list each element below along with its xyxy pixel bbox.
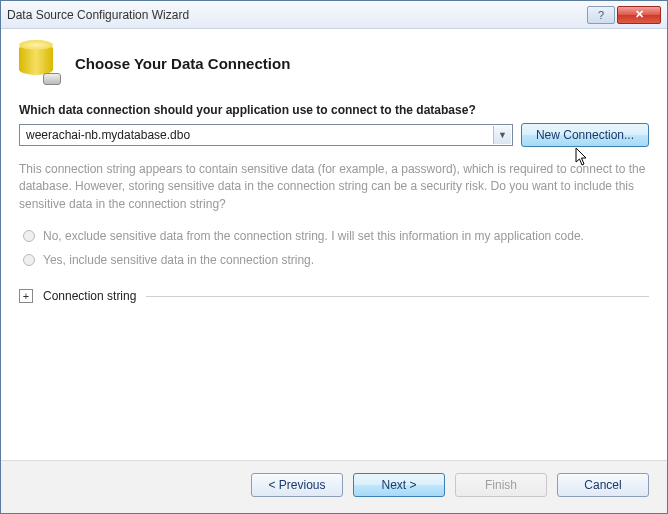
help-button[interactable]: ? (587, 6, 615, 24)
titlebar-buttons: ? ✕ (587, 6, 661, 24)
separator-line (146, 296, 649, 297)
radio-exclude-label: No, exclude sensitive data from the conn… (43, 229, 584, 243)
radio-include (23, 254, 35, 266)
new-connection-label: New Connection... (536, 128, 634, 142)
chevron-down-icon: ▼ (493, 126, 511, 144)
expand-button[interactable]: + (19, 289, 33, 303)
cancel-label: Cancel (584, 478, 621, 492)
page-title: Choose Your Data Connection (75, 55, 290, 72)
connection-dropdown[interactable]: weerachai-nb.mydatabase.dbo ▼ (19, 124, 513, 146)
wizard-content: Which data connection should your applic… (1, 103, 667, 460)
finish-button: Finish (455, 473, 547, 497)
help-icon: ? (598, 9, 604, 21)
cancel-button[interactable]: Cancel (557, 473, 649, 497)
window-title: Data Source Configuration Wizard (7, 8, 587, 22)
next-button[interactable]: Next > (353, 473, 445, 497)
wizard-window: Data Source Configuration Wizard ? ✕ Cho… (0, 0, 668, 514)
close-icon: ✕ (635, 8, 644, 21)
expander-label: Connection string (43, 289, 136, 303)
radio-include-label: Yes, include sensitive data in the conne… (43, 253, 314, 267)
titlebar: Data Source Configuration Wizard ? ✕ (1, 1, 667, 29)
radio-exclude-row: No, exclude sensitive data from the conn… (23, 229, 649, 243)
sensitive-data-info: This connection string appears to contai… (19, 161, 649, 213)
close-button[interactable]: ✕ (617, 6, 661, 24)
radio-include-row: Yes, include sensitive data in the conne… (23, 253, 649, 267)
wizard-header: Choose Your Data Connection (1, 29, 667, 103)
connection-question: Which data connection should your applic… (19, 103, 649, 117)
connection-row: weerachai-nb.mydatabase.dbo ▼ New Connec… (19, 123, 649, 147)
new-connection-button[interactable]: New Connection... (521, 123, 649, 147)
wizard-footer: < Previous Next > Finish Cancel (1, 460, 667, 513)
database-icon (19, 41, 59, 85)
connection-dropdown-value: weerachai-nb.mydatabase.dbo (26, 128, 190, 142)
connection-string-expander: + Connection string (19, 289, 649, 303)
plus-icon: + (23, 291, 29, 302)
previous-button[interactable]: < Previous (251, 473, 343, 497)
radio-exclude (23, 230, 35, 242)
next-label: Next > (381, 478, 416, 492)
previous-label: < Previous (268, 478, 325, 492)
finish-label: Finish (485, 478, 517, 492)
